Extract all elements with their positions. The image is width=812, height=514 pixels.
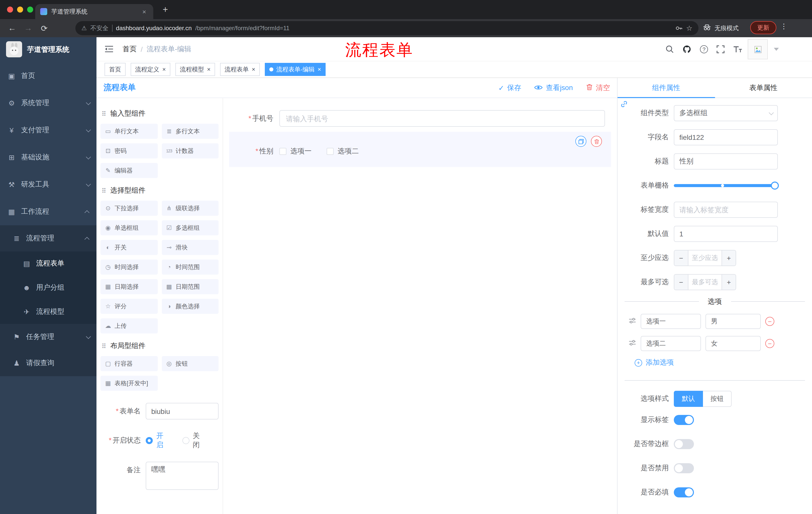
new-tab-button[interactable]: + xyxy=(160,4,171,16)
minus-button[interactable]: − xyxy=(674,250,688,266)
close-window-button[interactable] xyxy=(7,6,13,12)
label-width-input[interactable] xyxy=(674,202,778,218)
save-button[interactable]: ✓ 保存 xyxy=(498,83,521,92)
link-icon[interactable] xyxy=(620,100,628,110)
sidebar-item-infrastructure[interactable]: ⊞ 基础设施 xyxy=(0,144,96,171)
sidebar-item-user-group[interactable]: ☻ 用户分组 xyxy=(0,276,96,300)
component-single-line-text[interactable]: ▭单行文本 xyxy=(100,124,157,139)
title-input[interactable] xyxy=(674,154,778,169)
component-rate[interactable]: ☆评分 xyxy=(100,299,157,314)
sidebar-item-devtools[interactable]: ⚒ 研发工具 xyxy=(0,171,96,198)
component-date-picker[interactable]: ▦日期选择 xyxy=(100,279,157,294)
sidebar-item-payment[interactable]: ¥ 支付管理 xyxy=(0,117,96,144)
tab-component-props[interactable]: 组件属性 xyxy=(617,78,715,98)
view-json-button[interactable]: 查看json xyxy=(534,83,573,92)
sidebar-item-process-form[interactable]: ▤ 流程表单 xyxy=(0,251,96,276)
sidebar-item-task-management[interactable]: ⚑ 任务管理 xyxy=(0,324,96,350)
sidebar-item-home[interactable]: ▣ 首页 xyxy=(0,62,96,89)
border-switch[interactable] xyxy=(674,439,694,449)
tag-close-icon[interactable]: × xyxy=(207,66,210,73)
component-switch[interactable]: ◐开关 xyxy=(100,240,157,255)
component-cascader[interactable]: ⋔级联选择 xyxy=(162,201,219,216)
remove-option-button[interactable]: − xyxy=(765,339,774,348)
tab-close-icon[interactable]: × xyxy=(140,8,148,15)
component-counter[interactable]: 123计数器 xyxy=(162,143,219,158)
field-name-input[interactable] xyxy=(674,129,778,145)
component-type-select[interactable]: 多选框组 xyxy=(674,105,778,121)
plus-button[interactable]: + xyxy=(722,275,736,290)
tag-close-icon[interactable]: × xyxy=(252,66,255,73)
component-time-range[interactable]: ◔时间范围 xyxy=(162,260,219,275)
avatar-caret-icon[interactable] xyxy=(774,48,779,51)
tag-process-model[interactable]: 流程模型 × xyxy=(175,63,215,76)
phone-input[interactable] xyxy=(279,110,605,127)
plus-button[interactable]: + xyxy=(722,250,736,266)
checkbox-option-1[interactable]: 选项一 xyxy=(279,147,312,156)
component-date-range[interactable]: ▩日期范围 xyxy=(162,279,219,294)
delete-component-button[interactable] xyxy=(591,136,602,147)
required-switch[interactable] xyxy=(674,487,694,497)
component-editor[interactable]: ✎编辑器 xyxy=(100,163,157,178)
component-slider[interactable]: ⊸滑块 xyxy=(162,240,219,255)
component-table[interactable]: ▦表格[开发中] xyxy=(100,376,157,391)
option-value-input[interactable] xyxy=(705,314,761,329)
slider-handle[interactable] xyxy=(771,182,779,190)
maximize-window-button[interactable] xyxy=(27,6,33,12)
checkbox-option-2[interactable]: 选项二 xyxy=(327,147,359,156)
minimize-window-button[interactable] xyxy=(17,6,23,12)
component-select[interactable]: ⊙下拉选择 xyxy=(100,201,157,216)
sidebar-item-system[interactable]: ⚙ 系统管理 xyxy=(0,89,96,117)
sidebar-item-workflow[interactable]: ▦ 工作流程 xyxy=(0,198,96,225)
help-icon[interactable]: ? xyxy=(700,45,708,53)
forward-icon[interactable]: → xyxy=(20,24,36,33)
form-grid-slider[interactable] xyxy=(674,178,778,194)
tag-process-form[interactable]: 流程表单 × xyxy=(220,63,260,76)
remove-option-button[interactable]: − xyxy=(765,317,774,326)
component-textarea[interactable]: ≣多行文本 xyxy=(162,124,219,139)
browser-menu-icon[interactable]: ⋮ xyxy=(778,22,789,30)
button-style-button[interactable]: 按钮 xyxy=(703,391,732,407)
back-icon[interactable]: ← xyxy=(4,24,20,33)
sidebar-fold-icon[interactable] xyxy=(105,45,114,53)
sliders-icon[interactable] xyxy=(629,339,636,348)
option-label-input[interactable] xyxy=(641,336,701,351)
tab-form-props[interactable]: 表单属性 xyxy=(715,78,812,98)
update-button[interactable]: 更新 xyxy=(750,21,776,34)
component-button[interactable]: ◎按钮 xyxy=(162,356,219,371)
tag-process-form-edit[interactable]: 流程表单-编辑 × xyxy=(265,63,326,76)
bookmark-star-icon[interactable]: ☆ xyxy=(686,24,692,32)
github-icon[interactable] xyxy=(683,45,691,54)
min-select-placeholder[interactable]: 至少应选 xyxy=(688,250,722,266)
option-value-input[interactable] xyxy=(705,336,761,351)
tag-close-icon[interactable]: × xyxy=(162,66,166,73)
component-password[interactable]: ⊡密码 xyxy=(100,143,157,158)
search-icon[interactable] xyxy=(665,45,674,53)
status-radio-off[interactable]: 关闭 xyxy=(182,432,204,450)
font-size-icon[interactable] xyxy=(733,46,742,53)
component-checkbox-group[interactable]: ☑多选框组 xyxy=(162,220,219,235)
sidebar-item-leave-query[interactable]: ♟ 请假查询 xyxy=(0,350,96,376)
max-select-placeholder[interactable]: 最多可选 xyxy=(688,275,722,290)
component-upload[interactable]: ☁上传 xyxy=(100,318,157,333)
remark-textarea[interactable]: 嘿嘿 xyxy=(146,462,219,490)
reload-icon[interactable]: ⟳ xyxy=(36,23,52,33)
form-name-input[interactable] xyxy=(146,403,219,420)
component-row-container[interactable]: ▢行容器 xyxy=(100,356,157,371)
tag-process-definition[interactable]: 流程定义 × xyxy=(130,63,170,76)
sidebar-item-process-model[interactable]: ✈ 流程模型 xyxy=(0,300,96,324)
status-radio-on[interactable]: 开启 xyxy=(146,432,168,450)
fullscreen-icon[interactable] xyxy=(717,45,725,53)
component-radio-group[interactable]: ◉单选框组 xyxy=(100,220,157,235)
component-time-picker[interactable]: ◷时间选择 xyxy=(100,260,157,275)
password-key-icon[interactable] xyxy=(675,25,683,32)
copy-component-button[interactable] xyxy=(575,136,586,147)
option-label-input[interactable] xyxy=(641,314,701,329)
add-option-button[interactable]: + 添加选项 xyxy=(635,358,812,367)
tag-close-icon[interactable]: × xyxy=(318,66,321,73)
disabled-switch[interactable] xyxy=(674,463,694,473)
breadcrumb-home[interactable]: 首页 xyxy=(123,45,137,54)
component-color-picker[interactable]: ◑颜色选择 xyxy=(162,299,219,314)
tag-home[interactable]: 首页 xyxy=(105,63,126,76)
user-avatar[interactable] xyxy=(748,39,768,59)
sliders-icon[interactable] xyxy=(629,317,636,326)
